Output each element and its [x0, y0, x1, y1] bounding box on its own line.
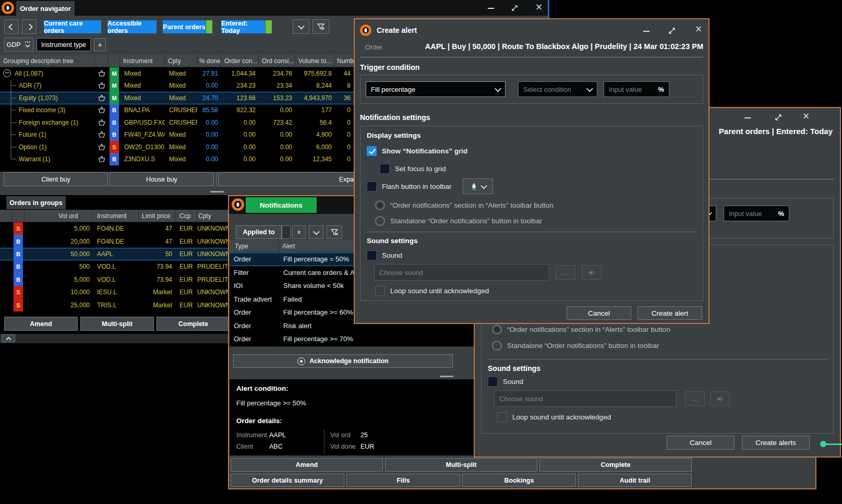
bookings-button[interactable]: Bookings — [462, 474, 576, 487]
multi-split-button[interactable]: Multi-split — [80, 317, 154, 331]
flash-button-checkbox[interactable] — [367, 182, 377, 191]
create-alerts-button[interactable]: Create alerts — [742, 436, 810, 450]
column-header[interactable]: % done — [197, 55, 221, 67]
minimize-button[interactable] — [643, 31, 649, 32]
table-row[interactable]: S5,000FO4N.DE47EURUNKNOWN — [0, 222, 231, 235]
fills-button[interactable]: Fills — [346, 474, 460, 487]
complete-button[interactable]: Complete — [539, 458, 692, 472]
standalone-button-radio[interactable] — [492, 341, 502, 351]
maximize-button[interactable] — [668, 27, 676, 37]
nav-forward-button[interactable] — [22, 19, 37, 34]
column-header[interactable]: Ccp — [175, 210, 197, 222]
table-row[interactable]: Foreign exchange (1)BGBP/USD.FXOCRUSHER0… — [0, 116, 355, 129]
minimize-button[interactable] — [744, 117, 751, 118]
standalone-button-radio[interactable] — [375, 216, 385, 226]
column-header[interactable] — [12, 210, 25, 222]
house-buy-button[interactable]: House buy — [110, 172, 214, 186]
browse-sound-button[interactable]: ... — [556, 265, 575, 280]
table-row[interactable]: ADR (7)MMixedMixed0.00234.2323.348,2448 — [0, 80, 355, 92]
tab-order-navigator[interactable]: Order navigator — [16, 1, 75, 16]
column-header[interactable]: Numb... — [335, 55, 354, 67]
table-row[interactable]: Fixed income (3)BBNAJ.PACRUSHER85.58922.… — [0, 104, 355, 117]
choose-sound-input[interactable]: Choose sound — [374, 264, 549, 281]
filter-parent-orders[interactable]: Parent orders — [163, 20, 206, 33]
column-header[interactable]: Instrument — [93, 210, 139, 222]
table-row[interactable]: B500VOD.L73.94EURPRUDELITY — [0, 260, 231, 273]
table-row[interactable]: Equity (1,073)MMixedMixed24.70123.66153.… — [0, 92, 355, 104]
column-header[interactable]: Grouping description tree — [0, 55, 95, 67]
filter-current-care-orders[interactable]: Current care orders — [44, 20, 101, 33]
cancel-button[interactable]: Cancel — [667, 436, 735, 450]
column-header[interactable] — [95, 55, 109, 67]
play-sound-button[interactable] — [710, 391, 730, 406]
flash-style-dropdown[interactable] — [463, 178, 493, 194]
column-header[interactable]: Cpty — [197, 210, 231, 222]
table-row[interactable]: OrderFill percentage >= 70% — [230, 332, 490, 346]
trigger-type-select[interactable]: Fill percentage — [366, 81, 506, 97]
clear-applied-to-button[interactable]: × — [292, 225, 306, 239]
grouping-selector[interactable]: GDP — [4, 38, 33, 52]
clear-filter-button[interactable] — [312, 19, 329, 34]
table-row[interactable]: Warrant (1)BZ3NDXU.SMixed0.000.000.0012,… — [0, 153, 355, 166]
complete-button[interactable]: Complete — [157, 317, 230, 331]
splitter-handle[interactable] — [210, 191, 224, 193]
alerts-section-radio[interactable] — [375, 200, 385, 210]
sound-checkbox[interactable] — [367, 250, 377, 260]
show-notifications-grid-checkbox[interactable] — [367, 146, 377, 156]
order-details-summary-button[interactable]: Order details summary — [231, 474, 344, 487]
column-header[interactable]: Volume to... — [295, 55, 335, 67]
applied-to-value-box[interactable] — [282, 225, 291, 239]
browse-sound-button[interactable]: ... — [685, 391, 705, 406]
applied-to-button[interactable]: Applied to — [236, 225, 282, 239]
tab-orders-in-groups[interactable]: Orders in groups — [6, 196, 66, 209]
multi-split-button[interactable]: Multi-split — [385, 458, 537, 472]
close-button[interactable]: × — [535, 3, 543, 11]
filter-accessible-orders[interactable]: Accessible orders — [107, 20, 157, 33]
table-row[interactable]: B50,000AAPL50EURUNKNOWN — [0, 248, 231, 260]
choose-sound-input[interactable]: Choose sound — [494, 390, 677, 407]
grouping-chip-instrument-type[interactable]: Instrument type — [37, 38, 91, 51]
column-header[interactable]: Ord consi... — [259, 55, 295, 67]
audit-trail-button[interactable]: Audit trail — [578, 474, 692, 487]
column-header[interactable]: Limit price — [139, 210, 175, 222]
maximize-button[interactable] — [511, 4, 518, 14]
client-buy-button[interactable]: Client buy — [4, 172, 108, 186]
column-header[interactable]: Cpty — [165, 55, 197, 67]
amend-button[interactable]: Amend — [4, 317, 78, 331]
add-grouping-button[interactable]: + — [94, 38, 106, 51]
column-header[interactable] — [109, 55, 120, 67]
close-button[interactable]: × — [802, 112, 810, 121]
cancel-button[interactable]: Cancel — [567, 306, 631, 320]
maximize-button[interactable] — [775, 114, 782, 123]
tree-expander-icon[interactable] — [3, 69, 11, 77]
column-header[interactable]: Type — [230, 240, 279, 253]
close-button[interactable]: × — [695, 25, 702, 33]
column-header[interactable]: Instrument — [120, 55, 165, 67]
tab-notifications[interactable]: Notifications — [246, 197, 317, 213]
filter-entered-today[interactable]: Entered: Today — [221, 20, 265, 33]
table-row[interactable]: B20,000FO4N.DE47EURUNKNOWN — [0, 235, 231, 247]
splitter-handle[interactable] — [440, 376, 453, 377]
value-input[interactable]: Input value % — [604, 81, 669, 97]
table-row[interactable]: S25,000TRIS.LMarketEURUNKNOWN — [0, 298, 231, 311]
play-sound-button[interactable] — [582, 265, 602, 280]
minimize-button[interactable] — [488, 8, 494, 9]
column-header[interactable]: Vol ord — [25, 210, 93, 222]
table-row[interactable]: All (1,087)MMixedMixed27.911,044.34234.7… — [0, 67, 355, 80]
amend-button[interactable]: Amend — [231, 458, 383, 472]
sound-checkbox[interactable] — [488, 377, 498, 387]
set-focus-to-grid-checkbox[interactable] — [380, 164, 390, 174]
table-row[interactable]: B5,000VOD.L73.94EURPRUDELITY — [0, 273, 231, 286]
toolbar-dropdown-button[interactable] — [293, 19, 309, 34]
alerts-section-radio[interactable] — [492, 325, 502, 334]
loop-sound-checkbox[interactable] — [497, 412, 507, 422]
loop-sound-checkbox[interactable] — [375, 286, 385, 296]
table-row[interactable]: Option (1)SOW20_O1300XMixed0.000.000.006… — [0, 141, 355, 153]
nav-back-button[interactable] — [4, 19, 19, 34]
table-row[interactable]: S10,000IESU.LMarketEURUNKNOWN — [0, 286, 231, 298]
column-header[interactable] — [0, 210, 12, 222]
acknowledge-notification-button[interactable]: Acknowledge notification — [233, 354, 453, 368]
column-header[interactable]: Order con... — [221, 55, 259, 67]
collapse-panel-button[interactable] — [2, 334, 15, 342]
value-input[interactable]: Input value % — [724, 206, 789, 221]
